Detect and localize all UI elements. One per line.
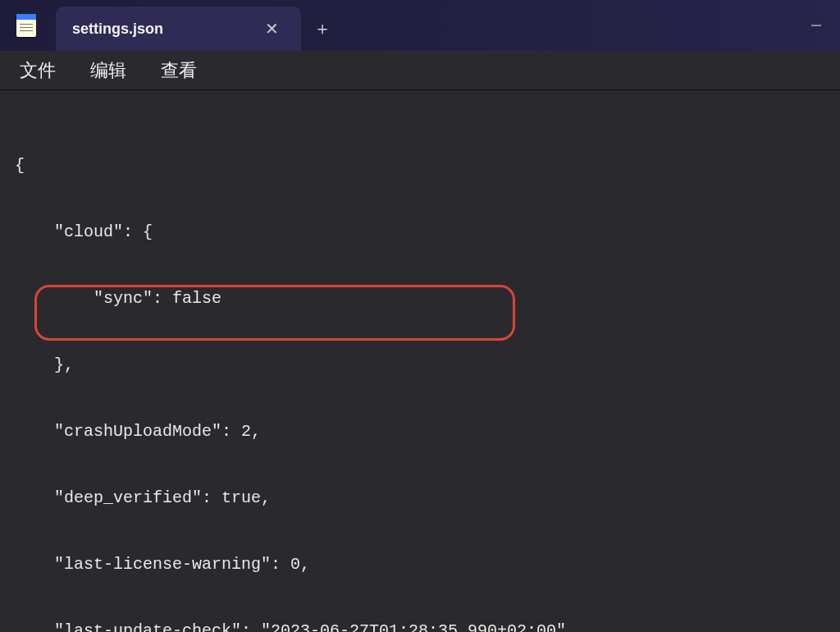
app-icon-wrap <box>0 0 52 51</box>
menu-view[interactable]: 查看 <box>161 58 197 83</box>
menu-file[interactable]: 文件 <box>20 58 56 83</box>
titlebar-drag-region[interactable] <box>344 0 792 51</box>
close-icon: ✕ <box>265 19 279 39</box>
menubar: 文件 编辑 查看 <box>0 51 840 90</box>
code-line: "crashUploadMode": 2, <box>15 420 825 442</box>
close-tab-button[interactable]: ✕ <box>262 19 281 39</box>
titlebar: settings.json ✕ ＋ <box>0 0 840 51</box>
code-line: "cloud": { <box>15 221 825 243</box>
tab-title: settings.json <box>72 21 163 38</box>
plus-icon: ＋ <box>313 16 331 41</box>
code-line: "deep_verified": true, <box>15 487 825 509</box>
tab-active[interactable]: settings.json ✕ <box>56 7 301 51</box>
minimize-button[interactable] <box>792 0 840 51</box>
notepad-icon <box>16 14 36 37</box>
menu-edit[interactable]: 编辑 <box>90 58 126 83</box>
code-line: { <box>15 154 825 176</box>
code-line: }, <box>15 354 825 376</box>
minimize-icon <box>810 20 822 31</box>
text-editor[interactable]: { "cloud": { "sync": false }, "crashUplo… <box>0 90 840 632</box>
code-line: "last-license-warning": 0, <box>15 553 825 575</box>
code-line: "last-update-check": "2023-06-27T01:28:3… <box>15 620 825 632</box>
code-line: "sync": false <box>15 287 825 309</box>
new-tab-button[interactable]: ＋ <box>301 7 344 51</box>
